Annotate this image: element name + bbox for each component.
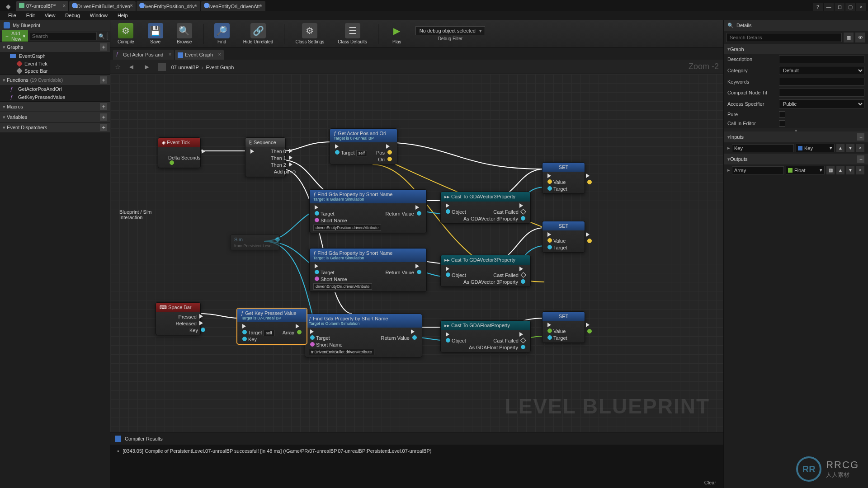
access-select[interactable]: Public xyxy=(779,99,864,108)
close-icon[interactable]: × xyxy=(218,52,221,57)
remove-input-icon[interactable]: × xyxy=(856,144,864,152)
node-cast-vec3-2[interactable]: ▸▸ Cast To GDAVector3Property ObjectCast… xyxy=(440,255,531,287)
view-options-icon[interactable] xyxy=(107,33,108,40)
save-button[interactable]: 💾Save xyxy=(145,22,166,45)
graph-tab[interactable]: Event Graph× xyxy=(175,50,224,60)
move-down-icon[interactable]: ▼ xyxy=(846,166,854,174)
move-up-icon[interactable]: ▲ xyxy=(836,166,844,174)
function-item[interactable]: GetActorPosAndOri xyxy=(0,85,110,93)
favorite-icon[interactable]: ☆ xyxy=(115,63,121,71)
input-name[interactable]: Key xyxy=(732,144,794,152)
section-variables[interactable]: Variables＋ xyxy=(0,112,110,122)
input-type-select[interactable]: Key▾ xyxy=(796,144,835,152)
add-dispatcher-button[interactable]: ＋ xyxy=(100,124,107,131)
add-macro-button[interactable]: ＋ xyxy=(100,103,107,110)
panel-tab[interactable]: My Blueprint xyxy=(0,20,110,31)
close-icon[interactable]: × xyxy=(259,2,263,9)
section-outputs[interactable]: Outputs＋ xyxy=(724,154,868,164)
close-window-icon[interactable]: × xyxy=(856,3,866,11)
close-icon[interactable]: × xyxy=(169,52,171,57)
move-down-icon[interactable]: ▼ xyxy=(846,144,854,152)
compact-title-input[interactable] xyxy=(779,89,864,97)
title-tab[interactable]: drivenEntityOri_drivenAtt*× xyxy=(201,1,265,11)
add-input-button[interactable]: ＋ xyxy=(857,133,864,141)
node-find-gda-2[interactable]: ƒ Find Gda Property by Short NameTarget … xyxy=(309,248,427,292)
node-find-gda-3[interactable]: ƒ Find Gda Property by Short NameTarget … xyxy=(305,314,422,357)
clear-log-button[interactable]: Clear xyxy=(704,480,716,485)
restore-icon[interactable]: ◻ xyxy=(835,3,844,11)
close-icon[interactable]: × xyxy=(62,2,66,9)
section-macros[interactable]: Macros＋ xyxy=(0,101,110,112)
class-defaults-button[interactable]: ☰Class Defaults xyxy=(335,22,369,45)
add-new-button[interactable]: ＋Add New xyxy=(2,30,28,42)
section-graphs[interactable]: Graphs＋ xyxy=(0,42,110,52)
title-tab[interactable]: 07-unrealBP*× xyxy=(16,1,68,11)
node-find-gda-1[interactable]: ƒ Find Gda Property by Short NameTarget … xyxy=(309,189,427,233)
output-name[interactable]: Array xyxy=(732,166,784,174)
menu-edit[interactable]: Edit xyxy=(22,12,39,19)
matrix-view-icon[interactable]: ▦ xyxy=(844,33,854,42)
node-set-1[interactable]: SET Value Target xyxy=(542,162,585,194)
add-graph-button[interactable]: ＋ xyxy=(100,43,107,51)
graph-sub-spacebar[interactable]: Space Bar xyxy=(0,67,110,75)
nav-fwd-icon[interactable]: ► xyxy=(142,63,152,70)
eye-icon[interactable]: 👁 xyxy=(855,33,865,42)
maximize-icon[interactable]: ▢ xyxy=(845,3,855,11)
node-cast-float[interactable]: ▸▸ Cast To GDAFloatProperty ObjectCast F… xyxy=(440,320,531,352)
node-set-2[interactable]: SET Value Target xyxy=(542,221,585,253)
menu-file[interactable]: File xyxy=(4,12,21,19)
section-functions[interactable]: Functions(19 Overridable)＋ xyxy=(0,75,110,85)
find-button[interactable]: 🔎Find xyxy=(212,22,232,45)
graph-item-eventgraph[interactable]: EventGraph xyxy=(0,52,110,60)
menu-window[interactable]: Window xyxy=(85,12,112,19)
output-type-select[interactable]: Float▾ xyxy=(786,166,825,174)
description-input[interactable] xyxy=(779,55,864,63)
node-event-tick[interactable]: ◈ Event Tick Delta Seconds xyxy=(158,137,201,168)
panel-tab-details[interactable]: 🔍Details xyxy=(724,20,868,31)
compile-button[interactable]: ⚙Compile xyxy=(115,22,137,45)
menu-help[interactable]: Help xyxy=(113,12,132,19)
menu-view[interactable]: View xyxy=(40,12,60,19)
search-icon[interactable]: 🔍 xyxy=(99,33,105,39)
search-details-input[interactable] xyxy=(726,33,842,42)
keywords-input[interactable] xyxy=(779,78,864,86)
add-output-button[interactable]: ＋ xyxy=(857,155,864,163)
node-get-key-pressed[interactable]: ƒ Get Key Pressed ValueTarget is 07-unre… xyxy=(237,308,307,344)
add-function-button[interactable]: ＋ xyxy=(100,76,107,84)
graph-tab[interactable]: Get Actor Pos and× xyxy=(113,50,174,60)
remove-output-icon[interactable]: × xyxy=(856,166,864,174)
node-sequence[interactable]: ⎘ Sequence Then 0 Then 1 Then 2 Add pin … xyxy=(245,137,286,177)
title-tab[interactable]: triDrivenEmitBullet_driven*× xyxy=(69,1,136,11)
menu-debug[interactable]: Debug xyxy=(61,12,84,19)
close-icon[interactable]: × xyxy=(130,2,133,9)
breadcrumb[interactable]: 07-unrealBP›Event Graph xyxy=(171,63,234,71)
debug-object-select[interactable]: No debug object selected xyxy=(415,26,485,35)
graph-sub-eventtick[interactable]: Event Tick xyxy=(0,60,110,67)
call-in-editor-checkbox[interactable] xyxy=(779,120,785,127)
node-cast-vec3-1[interactable]: ▸▸ Cast To GDAVector3Property ObjectCast… xyxy=(440,192,531,224)
add-variable-button[interactable]: ＋ xyxy=(100,113,107,121)
move-up-icon[interactable]: ▲ xyxy=(836,144,844,152)
help-icon[interactable]: ? xyxy=(813,3,823,11)
minimize-icon[interactable]: — xyxy=(824,3,834,11)
section-graph[interactable]: Graph xyxy=(724,44,868,54)
nav-back-icon[interactable]: ◄ xyxy=(126,63,137,70)
pure-checkbox[interactable] xyxy=(779,111,785,117)
play-button[interactable]: ▶Play xyxy=(387,22,407,45)
compiler-results-tab[interactable]: Compiler Results xyxy=(110,432,723,445)
graph-canvas[interactable]: ◈ Event Tick Delta Seconds ⎘ Sequence Th… xyxy=(110,74,723,432)
browse-button[interactable]: 🔍Browse xyxy=(174,22,195,45)
function-item[interactable]: GetKeyPressedValue xyxy=(0,93,110,101)
array-icon[interactable]: ▦ xyxy=(826,166,835,174)
node-sim-ref[interactable]: Simfrom Persistent Level xyxy=(230,235,280,250)
class-settings-button[interactable]: ⚙Class Settings xyxy=(292,22,327,45)
section-inputs[interactable]: Inputs＋ xyxy=(724,131,868,142)
close-icon[interactable]: × xyxy=(194,2,198,9)
node-space-bar[interactable]: ⌨ Space Bar Pressed Released Key xyxy=(156,302,201,335)
search-input[interactable] xyxy=(30,32,97,40)
section-dispatchers[interactable]: Event Dispatchers＋ xyxy=(0,122,110,132)
node-set-3[interactable]: SET Value Target xyxy=(542,311,585,343)
category-select[interactable]: Default xyxy=(779,66,864,75)
hide-unrelated-button[interactable]: 🔗Hide Unrelated xyxy=(241,22,276,45)
title-tab[interactable]: drivenEntityPosition_driv*× xyxy=(137,1,200,11)
